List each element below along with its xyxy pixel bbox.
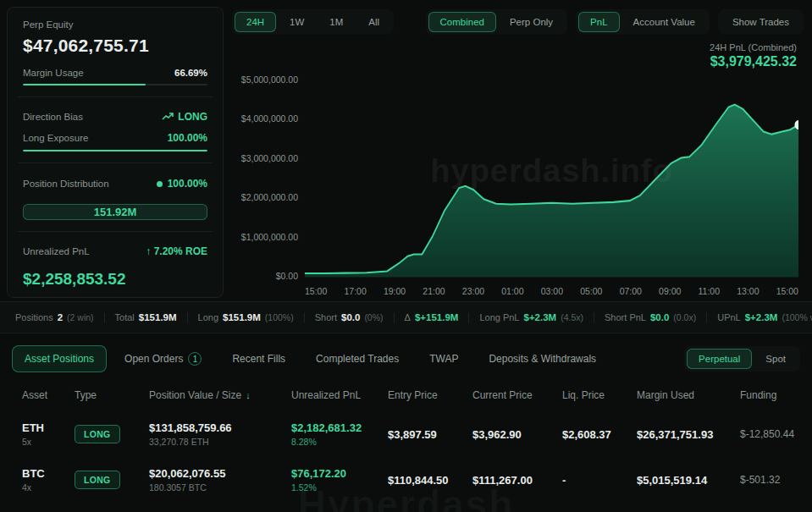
type-badge: LONG: [75, 471, 120, 489]
positions-summary-bar: Positions2(2 win)Total$151.9MLong$151.9M…: [0, 301, 812, 333]
unrealized-pnl-roe: 7.20% ROE: [154, 245, 207, 257]
top-section: Perp Equity $47,062,755.71 Margin Usage …: [0, 0, 812, 301]
col-header-current-price[interactable]: Current Price: [472, 389, 562, 401]
y-tick: $3,000,000.00: [232, 153, 298, 163]
position-distribution-bar[interactable]: 151.92M: [23, 204, 207, 220]
position-distribution-value: 100.00%: [168, 178, 207, 190]
y-tick: $4,000,000.00: [232, 113, 298, 124]
chart-x-axis: 15:0017:0019:0021:0023:0001:0003:0005:00…: [305, 286, 798, 300]
tab-deposits-withdrawals[interactable]: Deposits & Withdrawals: [476, 345, 609, 372]
pnl-area-chart: [305, 78, 798, 281]
col-header-entry-price[interactable]: Entry Price: [388, 389, 472, 401]
pnl-readout-value: $3,979,425.32: [232, 54, 797, 69]
margin-usage-bar: [23, 84, 207, 85]
col-header-margin-used[interactable]: Margin Used: [637, 389, 740, 401]
entry-cell: $110,844.50: [388, 474, 472, 487]
tab-open-orders[interactable]: Open Orders1: [112, 344, 214, 373]
liq-cell: $2,608.37: [562, 428, 637, 441]
direction-bias-value: LONG: [178, 111, 207, 123]
x-tick: 05:00: [580, 286, 602, 300]
x-tick: 15:00: [305, 286, 327, 300]
show-trades-group: Show Trades: [718, 9, 804, 35]
chart-plot: hyperdash.info: [305, 78, 798, 281]
stat-long-pnl: Long PnL$+2.3M(4.5x): [468, 312, 594, 322]
long-dot-icon: [157, 181, 163, 187]
range-1m[interactable]: 1M: [318, 12, 355, 32]
table-body: ETH5xLONG$131,858,759.6633,270.78 ETH$2,…: [12, 411, 800, 503]
col-header-type[interactable]: Type: [75, 389, 149, 401]
pnl-chart-panel: 24H1W1MAll CombinedPerp Only PnLAccount …: [227, 0, 812, 301]
x-tick: 11:00: [699, 286, 721, 300]
long-exposure-value: 100.00%: [168, 132, 207, 144]
funding-cell: $-12,850.44: [740, 428, 794, 440]
unrealized-pnl-label: Unrealized PnL: [23, 246, 90, 256]
view-pnl[interactable]: PnL: [578, 12, 619, 32]
margin-usage-label: Margin Usage: [23, 68, 84, 78]
account-summary-panel: Perp Equity $47,062,755.71 Margin Usage …: [7, 7, 224, 298]
y-tick: $2,000,000.00: [232, 192, 298, 202]
col-header-unrealized-pnl[interactable]: Unrealized PnL: [291, 389, 388, 401]
entry-cell: $3,897.59: [388, 428, 472, 441]
open-orders-badge: 1: [188, 352, 202, 366]
long-exposure-label: Long Exposure: [23, 133, 88, 143]
tab-twap[interactable]: TWAP: [417, 345, 471, 372]
current-cell: $111,267.00: [472, 474, 562, 487]
direction-bias-label: Direction Bias: [23, 112, 83, 122]
combined-perp-toggle: CombinedPerp Only: [426, 9, 568, 35]
arrow-up-icon: ↑: [146, 245, 153, 257]
pnl-readout-label: 24H PnL (Combined): [232, 42, 797, 52]
col-header-position-value-size[interactable]: Position Value / Size↓: [149, 389, 291, 401]
position-tabs: Asset PositionsOpen Orders1Recent FillsC…: [12, 344, 609, 373]
x-tick: 03:00: [541, 286, 563, 300]
margin-cell: $5,015,519.14: [637, 474, 740, 487]
col-header-asset[interactable]: Asset: [22, 389, 75, 401]
perp-equity-value: $47,062,755.71: [23, 36, 207, 56]
x-tick: 13:00: [737, 286, 759, 300]
range-24h[interactable]: 24H: [235, 12, 276, 32]
mode-combined[interactable]: Combined: [428, 12, 496, 32]
liq-cell: -: [562, 474, 637, 487]
position-row-eth[interactable]: ETH5xLONG$131,858,759.6633,270.78 ETH$2,…: [12, 411, 800, 457]
market-spot[interactable]: Spot: [754, 349, 798, 369]
pnl-chart[interactable]: $5,000,000.00$4,000,000.00$3,000,000.00$…: [232, 73, 804, 301]
range-all[interactable]: All: [356, 12, 391, 32]
range-1w[interactable]: 1W: [278, 12, 316, 32]
long-exposure-fill: [23, 150, 207, 151]
chart-toolbar: 24H1W1MAll CombinedPerp Only PnLAccount …: [232, 7, 804, 37]
stat-positions: Positions2(2 win): [12, 312, 104, 322]
view-account-value[interactable]: Account Value: [621, 12, 707, 32]
stat--: Δ$+151.9M: [394, 312, 469, 322]
position-tabs-row: Asset PositionsOpen Orders1Recent FillsC…: [12, 342, 800, 376]
col-header-funding[interactable]: Funding: [740, 389, 790, 401]
margin-usage-fill: [23, 84, 146, 85]
chart-end-marker: [795, 121, 798, 129]
x-tick: 23:00: [462, 286, 484, 300]
position-distribution-label: Position Distribution: [23, 179, 109, 189]
tab-recent-fills[interactable]: Recent Fills: [219, 345, 298, 372]
chart-y-axis: $5,000,000.00$4,000,000.00$3,000,000.00$…: [232, 74, 298, 281]
sort-desc-icon: ↓: [246, 390, 251, 400]
pnl-readout: 24H PnL (Combined) $3,979,425.32: [232, 37, 804, 71]
funding-cell: $-501.32: [740, 474, 790, 486]
trend-up-icon: [162, 113, 174, 121]
x-tick: 01:00: [501, 286, 523, 300]
market-perpetual[interactable]: Perpetual: [687, 349, 752, 369]
x-tick: 09:00: [659, 286, 681, 300]
margin-cell: $26,371,751.93: [637, 428, 740, 441]
market-toggle: PerpetualSpot: [684, 346, 800, 372]
col-header-liq-price[interactable]: Liq. Price: [562, 389, 637, 401]
type-badge: LONG: [75, 425, 120, 443]
y-tick: $5,000,000.00: [232, 74, 298, 85]
position-row-btc[interactable]: BTC4xLONG$20,062,076.55180.3057 BTC$76,1…: [12, 457, 800, 503]
x-tick: 17:00: [344, 286, 366, 300]
tab-asset-positions[interactable]: Asset Positions: [12, 345, 107, 372]
long-exposure-bar: [23, 150, 207, 151]
stat-total: Total$151.9M: [104, 312, 187, 322]
mode-perp-only[interactable]: Perp Only: [498, 12, 565, 32]
button-show-trades[interactable]: Show Trades: [721, 12, 801, 32]
positions-table: AssetTypePosition Value / Size↓Unrealize…: [12, 379, 800, 503]
y-tick: $0.00: [232, 271, 298, 281]
stat-long: Long$151.9M(100%): [187, 312, 304, 322]
tab-completed-trades[interactable]: Completed Trades: [303, 345, 412, 372]
unrealized-pnl-value: $2,258,853.52: [23, 270, 207, 289]
